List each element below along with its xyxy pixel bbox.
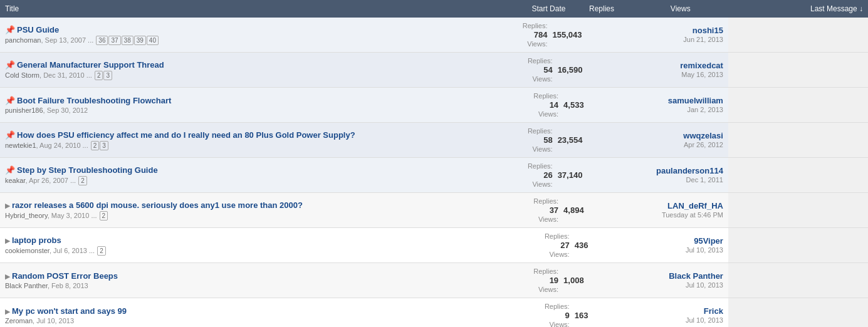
thread-title-link[interactable]: Step by Step Troubleshooting Guide: [17, 165, 158, 175]
lastmsg-user-link[interactable]: remixedcat: [638, 61, 723, 70]
thread-icon: ▶: [5, 237, 10, 244]
replies-label: Replies:: [528, 57, 553, 65]
meta-user-link[interactable]: Hybrid_theory: [5, 212, 48, 219]
meta-user-link[interactable]: newtekie1: [5, 142, 36, 149]
meta-user-link[interactable]: Zeroman: [5, 317, 33, 324]
lastmsg-user-link[interactable]: samuelwilliam: [638, 96, 723, 105]
replies-count: 54: [485, 65, 553, 75]
title-cell: ▶Random POST Error Beeps Black Panther, …: [0, 263, 478, 298]
page-link[interactable]: 37: [108, 36, 120, 45]
replies-count: 27: [485, 241, 570, 250]
views-stats: 4,533: [561, 91, 627, 118]
views-stats: 16,590: [555, 56, 628, 83]
lastmsg-cell: paulanderson114 Dec 1, 2011: [633, 158, 728, 193]
replies-stats: Replies: 27 Views:: [483, 232, 572, 259]
views-count: 155,043: [552, 30, 625, 39]
lastmsg-date: Jan 2, 2013: [687, 106, 723, 113]
thread-icon: ▶: [5, 202, 10, 209]
lastmsg-date: Jul 10, 2013: [686, 316, 723, 324]
page-link[interactable]: 2: [97, 246, 106, 256]
title-cell: ▶razor releases a 5600 dpi mouse. seriou…: [0, 193, 478, 228]
lastmsg-date: Tuesday at 5:46 PM: [662, 211, 723, 219]
stats-cell: Replies: 19 Views: 1,008: [478, 263, 633, 298]
views-label: Views:: [532, 75, 552, 83]
views-label: Views:: [532, 180, 552, 188]
replies-stats: Replies: 58 Views:: [483, 127, 555, 153]
page-link[interactable]: 2: [91, 141, 100, 150]
meta-user-link[interactable]: cookiemonster: [5, 247, 50, 254]
stats-cell: Replies: 58 Views: 23,554: [478, 123, 633, 158]
thread-title-link[interactable]: Boot Failure Troubleshooting Flowchart: [17, 96, 171, 105]
page-link[interactable]: 3: [103, 71, 112, 80]
views-count: 436: [575, 241, 625, 250]
stats-cell: Replies: 784 Views: 155,043: [478, 18, 633, 53]
thread-meta: newtekie1, Aug 24, 2010 ... 23: [5, 141, 473, 150]
views-count: 1,008: [563, 276, 625, 285]
thread-title-link[interactable]: PSU Guide: [17, 25, 59, 34]
page-link[interactable]: 2: [78, 176, 87, 185]
replies-stats: Replies: 14 Views:: [483, 91, 561, 118]
lastmsg-cell: Black Panther Jul 10, 2013: [633, 263, 728, 298]
lastmsg-user-link[interactable]: paulanderson114: [638, 166, 723, 175]
meta-user-link[interactable]: punisher186: [5, 106, 43, 114]
replies-label: Replies:: [533, 92, 558, 100]
lastmsg-user-link[interactable]: wwqzelasi: [638, 131, 723, 140]
thread-title-link[interactable]: General Manufacturer Support Thread: [17, 60, 164, 70]
lastmsg-cell: remixedcat May 16, 2013: [633, 53, 728, 88]
lastmsg-date: Jun 21, 2013: [683, 36, 723, 43]
meta-user-link[interactable]: keakar: [5, 177, 25, 184]
page-link[interactable]: 2: [100, 211, 108, 221]
title-cell: 📌Step by Step Troubleshooting Guide keak…: [0, 158, 478, 193]
replies-count: 784: [485, 30, 548, 39]
replies-stats: Replies: 26 Views:: [483, 162, 555, 189]
meta-user-link[interactable]: Black Panther: [5, 282, 48, 289]
replies-stats: Replies: 54 Views:: [483, 56, 555, 83]
lastmsg-user-link[interactable]: Frick: [638, 306, 723, 316]
lastmsg-user-link[interactable]: Black Panther: [638, 271, 723, 281]
lastmsg-user-link[interactable]: noshi15: [638, 26, 723, 35]
page-link[interactable]: 38: [122, 36, 133, 45]
table-row: 📌Step by Step Troubleshooting Guide keak…: [0, 158, 868, 193]
thread-meta: keakar, Apr 26, 2007 ... 2: [5, 176, 473, 185]
page-link[interactable]: 3: [100, 141, 108, 150]
title-cell: ▶laptop probs cookiemonster, Jul 6, 2013…: [0, 228, 478, 263]
views-stats: 23,554: [555, 127, 628, 153]
thread-title-link[interactable]: laptop probs: [12, 236, 61, 245]
replies-count: 9: [485, 311, 570, 320]
thread-meta: cookiemonster, Jul 6, 2013 ... 2: [5, 246, 473, 256]
page-link[interactable]: 39: [134, 36, 146, 45]
lastmsg-user-link[interactable]: 95Viper: [638, 236, 723, 246]
page-link[interactable]: 36: [96, 36, 108, 45]
stats-cell: Replies: 54 Views: 16,590: [478, 53, 633, 88]
views-label: Views:: [549, 251, 569, 258]
replies-count: 26: [485, 170, 553, 180]
thread-title-link[interactable]: How does PSU efficiency affect me and do…: [17, 130, 355, 140]
title-cell: 📌PSU Guide panchoman, Sep 13, 2007 ... 3…: [0, 18, 478, 53]
thread-title-link[interactable]: Random POST Error Beeps: [12, 271, 118, 281]
page-link[interactable]: 2: [95, 71, 103, 80]
views-label: Views:: [538, 110, 558, 118]
views-stats: 163: [572, 302, 628, 327]
lastmsg-user-link[interactable]: LAN_deRf_HA: [638, 201, 723, 210]
thread-table: Title Start Date Replies Views Last Mess…: [0, 0, 868, 327]
meta-user-link[interactable]: Cold Storm: [5, 71, 39, 79]
sticky-icon: 📌: [5, 130, 15, 140]
page-link[interactable]: 40: [147, 36, 159, 45]
header-lastmsg: Last Message ↓: [728, 0, 868, 18]
header-title: Title: [0, 0, 478, 18]
stats-cell: Replies: 26 Views: 37,140: [478, 158, 633, 193]
lastmsg-date: May 16, 2013: [681, 71, 723, 78]
thread-icon: ▶: [5, 308, 10, 315]
table-header: Title Start Date Replies Views Last Mess…: [0, 0, 868, 18]
views-stats: 436: [572, 232, 628, 259]
views-label: Views:: [532, 145, 552, 153]
thread-title-link[interactable]: razor releases a 5600 dpi mouse. serious…: [12, 200, 303, 210]
meta-user-link[interactable]: panchoman: [5, 36, 41, 44]
stats-cell: Replies: 37 Views: 4,894: [478, 193, 633, 228]
views-count: 4,894: [563, 205, 625, 215]
lastmsg-cell: Frick Jul 10, 2013: [633, 298, 728, 328]
title-cell: 📌How does PSU efficiency affect me and d…: [0, 123, 478, 158]
thread-title-link[interactable]: My pc won't start and says 99: [12, 306, 127, 316]
thread-meta: Hybrid_theory, May 3, 2010 ... 2: [5, 211, 473, 221]
views-stats: 1,008: [561, 267, 627, 294]
